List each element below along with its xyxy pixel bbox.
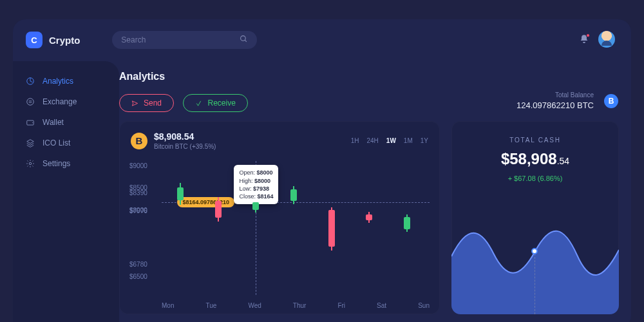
x-tick: Mon bbox=[162, 302, 174, 309]
sidebar-item-wallet[interactable]: Wallet bbox=[26, 112, 103, 133]
gear-icon bbox=[26, 159, 35, 168]
x-tick: Fri bbox=[337, 302, 345, 309]
sidebar-item-label: Wallet bbox=[43, 118, 64, 127]
send-label: Send bbox=[144, 99, 162, 108]
sidebar-item-icolist[interactable]: ICO List bbox=[26, 133, 103, 153]
x-tick: Thur bbox=[293, 302, 307, 309]
sidebar: Analytics Exchange Wallet ICO List Setti… bbox=[13, 71, 103, 174]
notifications-icon[interactable] bbox=[579, 34, 589, 44]
candle[interactable] bbox=[252, 161, 259, 281]
chart-subtitle: Bitcoin BTC (+39.5%) bbox=[154, 143, 216, 150]
svg-point-0 bbox=[241, 36, 246, 41]
y-tick: $8390 bbox=[129, 189, 147, 196]
candle[interactable] bbox=[215, 161, 222, 281]
range-1h[interactable]: 1H bbox=[351, 137, 359, 144]
total-cash-title: TOTAL CASH bbox=[451, 137, 619, 144]
sidebar-item-label: ICO List bbox=[43, 138, 70, 147]
chart-price: $8,908.54 bbox=[154, 131, 216, 142]
svg-point-5 bbox=[29, 162, 32, 165]
y-tick: $7976 bbox=[129, 207, 147, 214]
analytics-icon bbox=[26, 77, 35, 86]
candle[interactable] bbox=[404, 161, 410, 281]
y-tick: $6780 bbox=[129, 261, 147, 268]
total-cash-value: $58,908.54 bbox=[451, 150, 619, 168]
svg-line-1 bbox=[245, 40, 247, 42]
bitcoin-icon: B bbox=[131, 133, 147, 149]
range-24h[interactable]: 24H bbox=[367, 137, 379, 144]
balance-label: Total Balance bbox=[516, 91, 594, 99]
chart-card: B $8,908.54 Bitcoin BTC (+39.5%) 1H 24H … bbox=[119, 121, 440, 314]
search-input[interactable]: Search bbox=[112, 31, 257, 49]
layers-icon bbox=[26, 138, 35, 147]
receive-button[interactable]: Receive bbox=[183, 94, 247, 112]
y-tick: $6500 bbox=[129, 273, 147, 280]
candle[interactable] bbox=[328, 161, 335, 281]
sidebar-item-settings[interactable]: Settings bbox=[26, 153, 103, 174]
balance-value: 124.097862210 BTC bbox=[516, 100, 594, 110]
sidebar-item-label: Analytics bbox=[43, 77, 73, 86]
sidebar-item-label: Exchange bbox=[43, 97, 77, 106]
total-cash-card: TOTAL CASH $58,908.54 + $67.08 (6.86%) bbox=[451, 121, 619, 314]
candle[interactable] bbox=[290, 161, 297, 281]
brand-name: Crypto bbox=[49, 35, 80, 46]
range-1w[interactable]: 1W bbox=[386, 137, 396, 144]
sidebar-item-label: Settings bbox=[43, 159, 70, 168]
x-tick: Wed bbox=[248, 302, 261, 309]
total-cash-delta: + $67.08 (6.86%) bbox=[451, 175, 619, 182]
receive-label: Receive bbox=[207, 99, 235, 108]
search-icon bbox=[240, 35, 248, 45]
sidebar-item-analytics[interactable]: Analytics bbox=[26, 71, 103, 91]
wallet-icon bbox=[26, 118, 35, 127]
brand-logo: C bbox=[26, 32, 43, 48]
send-button[interactable]: Send bbox=[119, 94, 174, 112]
page-title: Analytics bbox=[119, 71, 618, 82]
candle[interactable] bbox=[177, 161, 184, 281]
y-tick: $9000 bbox=[129, 162, 147, 169]
search-placeholder: Search bbox=[121, 35, 146, 44]
x-tick: Sun bbox=[418, 302, 430, 309]
receive-icon bbox=[195, 100, 202, 107]
marker-dot-icon bbox=[531, 248, 538, 254]
range-1m[interactable]: 1M bbox=[404, 137, 413, 144]
exchange-icon bbox=[26, 97, 35, 106]
x-tick: Sat bbox=[377, 302, 386, 309]
sidebar-item-exchange[interactable]: Exchange bbox=[26, 91, 103, 112]
price-pill: $8164.097862210 bbox=[177, 197, 234, 207]
user-avatar[interactable] bbox=[598, 31, 615, 48]
area-wave bbox=[451, 205, 619, 314]
candlestick-plot[interactable]: $9000$8500$8390$8000$7976$6780$6500 $816… bbox=[129, 161, 433, 295]
balance-block: Total Balance 124.097862210 BTC B bbox=[516, 91, 618, 110]
range-selector: 1H 24H 1W 1M 1Y bbox=[351, 137, 428, 144]
x-tick: Tue bbox=[205, 302, 216, 309]
candle[interactable] bbox=[366, 161, 372, 281]
bitcoin-badge-icon: B bbox=[604, 94, 618, 108]
range-1y[interactable]: 1Y bbox=[421, 137, 428, 144]
svg-point-3 bbox=[27, 99, 34, 106]
send-icon bbox=[131, 100, 138, 107]
